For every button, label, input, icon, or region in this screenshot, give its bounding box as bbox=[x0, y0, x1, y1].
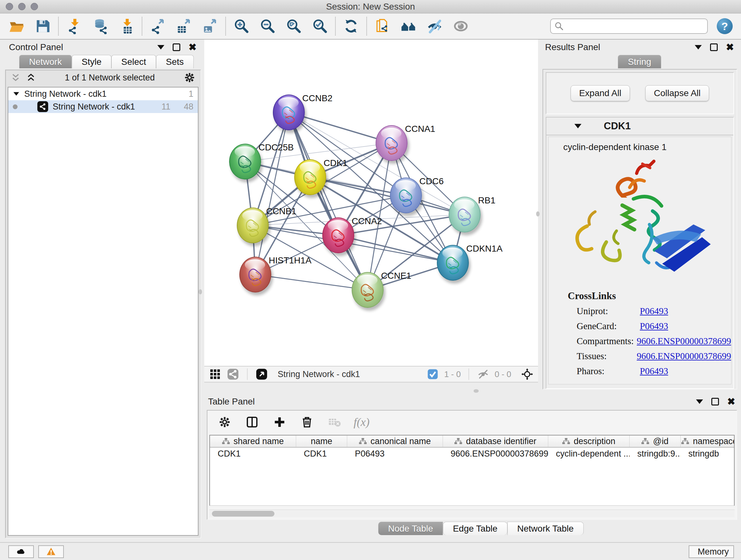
import-network-icon bbox=[66, 18, 82, 34]
network-collection-row[interactable]: String Network - cdk1 1 bbox=[8, 87, 198, 100]
crosslink-link[interactable]: 9606.ENSP00000378699 bbox=[636, 336, 731, 347]
table-cell[interactable]: stringdb:9... bbox=[630, 448, 681, 460]
protein-node-CCNE1[interactable] bbox=[352, 272, 384, 308]
table-cell[interactable]: CDK1 bbox=[296, 448, 347, 460]
protein-node-HIST1H1A[interactable] bbox=[239, 257, 271, 293]
left-splitter-handle[interactable] bbox=[199, 289, 202, 294]
show-hidden-button[interactable] bbox=[453, 18, 469, 35]
tab-select[interactable]: Select bbox=[111, 55, 156, 68]
protein-node-CCNB1[interactable] bbox=[237, 207, 269, 243]
refresh-view-button[interactable] bbox=[343, 18, 359, 35]
collapse-all-button[interactable]: Collapse All bbox=[645, 85, 709, 101]
selected-checkbox-icon[interactable] bbox=[426, 368, 439, 381]
birdseye-view-button[interactable] bbox=[209, 368, 221, 381]
tab-style[interactable]: Style bbox=[72, 55, 111, 68]
network-overview-button[interactable] bbox=[226, 368, 239, 381]
fit-selected-crosshair-icon[interactable] bbox=[521, 368, 534, 381]
crosslink-link[interactable]: P06493 bbox=[640, 321, 668, 331]
protein-node-CDC6[interactable] bbox=[390, 178, 422, 213]
hidden-eye-icon[interactable] bbox=[477, 368, 489, 381]
network-view-canvas[interactable]: CCNB2 CCNA1 CDC25B CDK1 CDC6 RB1 CCNB1 C… bbox=[204, 40, 538, 366]
table-row[interactable]: CDK1CDK1P064939606.ENSP00000378699cyclin… bbox=[210, 448, 734, 460]
table-cell[interactable]: 9606.ENSP00000378699 bbox=[443, 448, 548, 460]
detach-view-button[interactable] bbox=[255, 368, 268, 381]
table-cell[interactable]: CDK1 bbox=[210, 448, 296, 460]
tree-expander-icon[interactable] bbox=[13, 92, 19, 96]
hide-selected-button[interactable] bbox=[426, 18, 443, 35]
expand-all-button[interactable]: Expand All bbox=[570, 85, 630, 101]
home-button[interactable] bbox=[400, 18, 417, 35]
tab-string[interactable]: String bbox=[618, 55, 661, 68]
float-panel-button[interactable] bbox=[710, 44, 718, 51]
column-header-description[interactable]: description bbox=[548, 435, 630, 447]
column-header-canonicalname[interactable]: canonical name bbox=[347, 435, 443, 447]
tab-edge-table[interactable]: Edge Table bbox=[443, 522, 508, 535]
protein-node-RB1[interactable] bbox=[449, 197, 481, 233]
float-panel-button[interactable] bbox=[173, 44, 180, 51]
expand-all-icon[interactable] bbox=[26, 73, 36, 82]
split-table-button[interactable] bbox=[244, 414, 260, 430]
help-button[interactable]: ? bbox=[717, 18, 733, 34]
panel-menu-icon[interactable] bbox=[695, 45, 702, 50]
table-cell[interactable]: P06493 bbox=[347, 448, 443, 460]
tab-sets[interactable]: Sets bbox=[156, 55, 194, 68]
column-header-namespace[interactable]: namespace bbox=[681, 435, 735, 447]
node-table[interactable]: shared namenamecanonical namedatabase id… bbox=[209, 435, 735, 506]
column-header-sharedname[interactable]: shared name bbox=[210, 435, 296, 447]
search-input[interactable] bbox=[567, 21, 703, 31]
column-header-id[interactable]: @id bbox=[630, 435, 681, 447]
zoom-selected-button[interactable] bbox=[312, 18, 328, 35]
table-cell[interactable]: cyclin-dependent ... bbox=[548, 448, 630, 460]
tab-network[interactable]: Network bbox=[19, 55, 72, 68]
table-options-button[interactable] bbox=[216, 414, 233, 430]
collapse-all-icon[interactable] bbox=[11, 73, 20, 82]
crosslink-link[interactable]: P06493 bbox=[640, 306, 668, 316]
scrollbar-thumb[interactable] bbox=[212, 511, 274, 516]
import-table-button[interactable] bbox=[118, 18, 135, 35]
crosslink-link[interactable]: P06493 bbox=[640, 366, 668, 376]
zoom-out-button[interactable] bbox=[259, 18, 276, 35]
delete-column-button[interactable] bbox=[299, 414, 315, 430]
protein-entry-header[interactable]: CDK1 bbox=[546, 118, 733, 135]
protein-node-CDC25B[interactable] bbox=[229, 144, 261, 179]
protein-node-CCNB2[interactable] bbox=[273, 95, 305, 130]
create-column-button[interactable] bbox=[271, 414, 288, 430]
close-panel-button[interactable]: ✖ bbox=[727, 398, 735, 406]
column-header-name[interactable]: name bbox=[296, 435, 347, 447]
network-options-gear-icon[interactable] bbox=[184, 72, 195, 83]
entry-expander-icon[interactable] bbox=[575, 124, 582, 128]
protein-node-CCNA1[interactable] bbox=[376, 125, 408, 161]
warnings-button[interactable] bbox=[38, 545, 64, 558]
protein-node-CCNA2[interactable] bbox=[322, 217, 354, 253]
horizontal-splitter-handle[interactable] bbox=[474, 389, 479, 393]
export-table-button[interactable] bbox=[176, 18, 192, 35]
column-header-databaseidentifier[interactable]: database identifier bbox=[443, 435, 548, 447]
crosslink-link[interactable]: 9606.ENSP00000378699 bbox=[636, 351, 731, 361]
float-panel-button[interactable] bbox=[711, 398, 719, 406]
network-status-dot bbox=[13, 105, 17, 109]
import-network-button[interactable] bbox=[66, 18, 82, 35]
vertical-splitter-handle[interactable] bbox=[536, 211, 540, 216]
search-box[interactable] bbox=[550, 18, 708, 34]
close-panel-button[interactable]: ✖ bbox=[189, 44, 197, 51]
cloud-button[interactable] bbox=[8, 545, 34, 558]
close-panel-button[interactable]: ✖ bbox=[726, 44, 734, 51]
network-row[interactable]: String Network - cdk1 11 48 bbox=[8, 100, 198, 113]
panel-menu-icon[interactable] bbox=[157, 45, 164, 50]
export-network-button[interactable] bbox=[149, 18, 166, 35]
protein-node-CDKN1A[interactable] bbox=[437, 245, 469, 281]
table-cell[interactable]: stringdb bbox=[681, 448, 735, 460]
zoom-fit-button[interactable] bbox=[285, 18, 302, 35]
export-image-button[interactable] bbox=[202, 18, 218, 35]
open-session-button[interactable] bbox=[8, 18, 25, 35]
horizontal-scrollbar[interactable] bbox=[209, 509, 735, 517]
tab-network-table[interactable]: Network Table bbox=[508, 522, 584, 535]
share-session-file-button[interactable] bbox=[374, 18, 391, 35]
memory-button[interactable]: Memory bbox=[689, 545, 734, 558]
tab-node-table[interactable]: Node Table bbox=[378, 522, 443, 535]
zoom-in-button[interactable] bbox=[233, 18, 250, 35]
import-database-button[interactable] bbox=[92, 18, 109, 35]
save-session-button[interactable] bbox=[35, 18, 51, 35]
panel-menu-icon[interactable] bbox=[696, 399, 703, 404]
protein-node-CDK1[interactable] bbox=[294, 159, 326, 195]
